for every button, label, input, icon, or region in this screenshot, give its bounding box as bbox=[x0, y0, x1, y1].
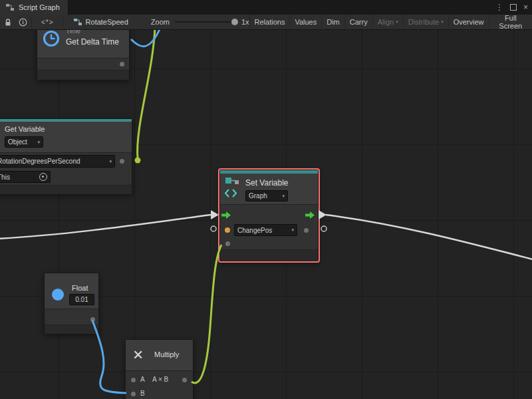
zoom-label: Zoom bbox=[151, 18, 170, 26]
multiply-icon: × bbox=[133, 346, 143, 363]
value-input-port-a[interactable] bbox=[131, 378, 136, 382]
node-footer-section bbox=[45, 325, 98, 334]
variable-name-dropdown[interactable]: RotationDegreesPerSecond ▾ bbox=[0, 155, 115, 168]
graph-variable-icon bbox=[224, 176, 241, 200]
float-value: 0.01 bbox=[75, 296, 88, 303]
maximize-icon[interactable] bbox=[510, 4, 517, 11]
node-body-section bbox=[45, 309, 98, 325]
dim-button[interactable]: Dim bbox=[321, 15, 344, 29]
values-button[interactable]: Values bbox=[289, 15, 321, 29]
fullscreen-button[interactable]: Full Screen bbox=[489, 15, 532, 29]
value-output-port[interactable] bbox=[304, 228, 309, 233]
float-icon bbox=[52, 289, 64, 301]
zoom-slider[interactable] bbox=[175, 17, 238, 27]
graph-toolbar: <*> RotateSpeed Zoom 1x Relations Values… bbox=[0, 15, 532, 30]
variable-name-value: RotationDegreesPerSecond bbox=[0, 158, 80, 165]
toolbar-separator bbox=[31, 18, 32, 27]
script-graph-icon bbox=[5, 3, 15, 11]
chevron-down-icon: ▾ bbox=[441, 19, 444, 25]
chevron-down-icon: ▾ bbox=[396, 19, 398, 25]
chevron-down-icon: ▾ bbox=[37, 140, 40, 145]
node-title: Multiply bbox=[154, 350, 179, 358]
node-body-section bbox=[126, 370, 193, 399]
lock-icon[interactable] bbox=[4, 15, 12, 29]
chevron-down-icon: ▾ bbox=[291, 227, 294, 233]
chevron-down-icon: ▾ bbox=[109, 159, 112, 164]
node-set-variable[interactable]: Set Variable Graph ▾ ChangePos ▾ bbox=[219, 170, 319, 261]
carry-button[interactable]: Carry bbox=[344, 15, 372, 29]
toolbar-buttons: Relations Values Dim Carry Align ▾ Distr… bbox=[249, 15, 532, 29]
variable-name-dropdown[interactable]: ChangePos ▾ bbox=[234, 224, 297, 236]
overview-button[interactable]: Overview bbox=[448, 15, 489, 29]
value-output-port[interactable] bbox=[120, 159, 124, 164]
node-title: Get Delta Time bbox=[66, 37, 119, 47]
relations-button[interactable]: Relations bbox=[249, 15, 290, 29]
node-footer-section bbox=[220, 249, 318, 261]
value-input-port[interactable] bbox=[225, 241, 230, 246]
result-label: A × B bbox=[152, 376, 168, 383]
window-tab-bar: Script Graph bbox=[0, 0, 532, 15]
value-output-port[interactable] bbox=[90, 317, 95, 322]
variable-scope-value: Object bbox=[8, 138, 27, 146]
variable-scope-value: Graph bbox=[249, 192, 267, 200]
variable-scope-dropdown[interactable]: Graph ▾ bbox=[245, 190, 288, 201]
node-multiply[interactable]: × Multiply A A × B B bbox=[125, 339, 194, 399]
node-footer-section bbox=[0, 185, 132, 194]
node-title: Get Variable bbox=[5, 125, 45, 133]
graph-name: RotateSpeed bbox=[86, 18, 128, 26]
chevron-down-icon: ▾ bbox=[282, 194, 285, 199]
value-output-port[interactable] bbox=[120, 62, 124, 66]
tab-script-graph[interactable]: Script Graph bbox=[0, 0, 68, 15]
tab-title: Script Graph bbox=[19, 3, 60, 11]
zoom-slider-handle[interactable] bbox=[231, 19, 238, 25]
node-get-variable[interactable]: Get Variable Object ▾ RotationDegreesPer… bbox=[0, 118, 132, 194]
node-footer-section bbox=[37, 70, 129, 80]
graph-asset-icon bbox=[73, 18, 82, 26]
code-icon[interactable]: <*> bbox=[41, 15, 54, 29]
value-input-port-b[interactable] bbox=[131, 392, 136, 396]
align-button[interactable]: Align ▾ bbox=[372, 15, 403, 29]
window-controls: ⋮ × bbox=[495, 0, 528, 15]
control-output-port[interactable] bbox=[305, 211, 315, 219]
control-input-port[interactable] bbox=[221, 211, 231, 219]
node-title: Set Variable bbox=[245, 178, 288, 188]
object-picker-icon[interactable] bbox=[39, 173, 47, 181]
target-object-value: This bbox=[0, 174, 10, 181]
variable-value-input-port[interactable] bbox=[225, 227, 230, 233]
variable-name-value: ChangePos bbox=[237, 227, 272, 234]
unity-script-graph-window: Time Get Delta Time Get Variable Object … bbox=[0, 0, 532, 399]
graph-reference[interactable]: RotateSpeed bbox=[73, 18, 128, 26]
node-title: Float bbox=[72, 284, 88, 292]
float-value-input[interactable]: 0.01 bbox=[69, 294, 94, 305]
port-label-a: A bbox=[140, 376, 145, 383]
port-label-b: B bbox=[140, 390, 145, 397]
info-icon[interactable] bbox=[19, 15, 27, 29]
distribute-button[interactable]: Distribute ▾ bbox=[403, 15, 448, 29]
clock-icon bbox=[43, 30, 60, 47]
zoom-value: 1x bbox=[241, 18, 249, 26]
variable-scope-dropdown[interactable]: Object ▾ bbox=[5, 136, 43, 148]
target-object-field[interactable]: This bbox=[0, 171, 51, 183]
zoom-slider-track bbox=[175, 21, 238, 23]
node-float[interactable]: Float 0.01 bbox=[44, 273, 99, 334]
node-body-section bbox=[37, 58, 129, 70]
toolbar-separator bbox=[63, 18, 64, 27]
menu-icon[interactable]: ⋮ bbox=[495, 3, 503, 11]
close-icon[interactable]: × bbox=[523, 3, 528, 11]
value-output-port[interactable] bbox=[182, 378, 187, 382]
